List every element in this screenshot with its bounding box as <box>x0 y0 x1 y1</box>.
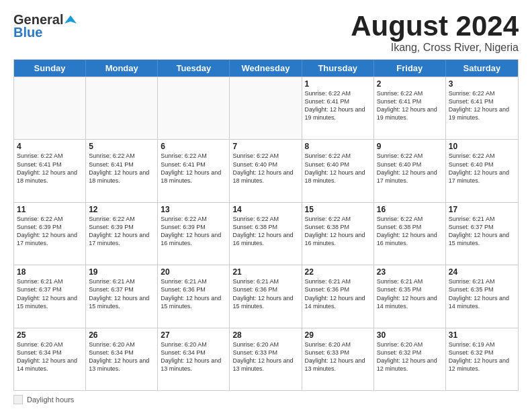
calendar-header-cell: Sunday <box>14 60 86 77</box>
calendar-cell: 27Sunrise: 6:20 AM Sunset: 6:34 PM Dayli… <box>158 328 230 390</box>
day-number: 16 <box>377 205 443 214</box>
day-info: Sunrise: 6:22 AM Sunset: 6:39 PM Dayligh… <box>17 215 83 248</box>
day-number: 31 <box>449 330 515 340</box>
calendar-cell: 2Sunrise: 6:22 AM Sunset: 6:41 PM Daylig… <box>374 77 446 139</box>
location-title: Ikang, Cross River, Nigeria <box>351 42 519 54</box>
day-number: 7 <box>232 142 298 151</box>
calendar-cell: 26Sunrise: 6:20 AM Sunset: 6:34 PM Dayli… <box>86 328 158 390</box>
day-info: Sunrise: 6:21 AM Sunset: 6:35 PM Dayligh… <box>449 277 515 310</box>
day-number: 28 <box>232 330 298 340</box>
calendar-cell: 14Sunrise: 6:22 AM Sunset: 6:38 PM Dayli… <box>230 203 302 265</box>
calendar-cell: 16Sunrise: 6:22 AM Sunset: 6:38 PM Dayli… <box>374 203 446 265</box>
page: General Blue August 2024 Ikang, Cross Ri… <box>0 0 532 411</box>
day-info: Sunrise: 6:22 AM Sunset: 6:38 PM Dayligh… <box>232 215 298 248</box>
calendar-cell: 12Sunrise: 6:22 AM Sunset: 6:39 PM Dayli… <box>86 203 158 265</box>
footer-box <box>13 395 23 404</box>
calendar-cell <box>86 77 158 139</box>
day-info: Sunrise: 6:22 AM Sunset: 6:39 PM Dayligh… <box>89 215 154 248</box>
day-info: Sunrise: 6:20 AM Sunset: 6:33 PM Dayligh… <box>305 340 371 373</box>
day-info: Sunrise: 6:22 AM Sunset: 6:40 PM Dayligh… <box>377 152 443 185</box>
calendar-cell: 25Sunrise: 6:20 AM Sunset: 6:34 PM Dayli… <box>14 328 86 390</box>
day-info: Sunrise: 6:21 AM Sunset: 6:35 PM Dayligh… <box>377 277 443 310</box>
day-number: 9 <box>377 142 443 151</box>
day-info: Sunrise: 6:22 AM Sunset: 6:41 PM Dayligh… <box>449 89 515 122</box>
calendar-cell: 4Sunrise: 6:22 AM Sunset: 6:41 PM Daylig… <box>14 140 86 201</box>
calendar-cell: 22Sunrise: 6:21 AM Sunset: 6:36 PM Dayli… <box>302 265 374 327</box>
calendar-cell: 13Sunrise: 6:22 AM Sunset: 6:39 PM Dayli… <box>158 203 230 265</box>
day-info: Sunrise: 6:21 AM Sunset: 6:36 PM Dayligh… <box>232 277 298 310</box>
logo-bird-icon <box>64 14 77 26</box>
logo: General Blue <box>13 12 77 40</box>
day-info: Sunrise: 6:22 AM Sunset: 6:41 PM Dayligh… <box>377 89 443 122</box>
calendar-cell: 31Sunrise: 6:19 AM Sunset: 6:32 PM Dayli… <box>446 328 518 390</box>
calendar-cell: 28Sunrise: 6:20 AM Sunset: 6:33 PM Dayli… <box>230 328 302 390</box>
day-info: Sunrise: 6:21 AM Sunset: 6:37 PM Dayligh… <box>17 277 83 310</box>
calendar-cell: 29Sunrise: 6:20 AM Sunset: 6:33 PM Dayli… <box>302 328 374 390</box>
calendar-cell: 17Sunrise: 6:21 AM Sunset: 6:37 PM Dayli… <box>446 203 518 265</box>
calendar-cell: 20Sunrise: 6:21 AM Sunset: 6:36 PM Dayli… <box>158 265 230 327</box>
calendar-cell: 15Sunrise: 6:22 AM Sunset: 6:38 PM Dayli… <box>302 203 374 265</box>
calendar-header-cell: Thursday <box>302 60 374 77</box>
day-number: 12 <box>89 205 154 214</box>
header: General Blue August 2024 Ikang, Cross Ri… <box>13 12 519 54</box>
calendar-cell <box>14 77 86 139</box>
logo-blue-text: Blue <box>13 25 42 40</box>
calendar-cell: 30Sunrise: 6:20 AM Sunset: 6:32 PM Dayli… <box>374 328 446 390</box>
day-info: Sunrise: 6:22 AM Sunset: 6:41 PM Dayligh… <box>161 152 226 185</box>
day-info: Sunrise: 6:21 AM Sunset: 6:37 PM Dayligh… <box>449 215 515 248</box>
calendar-cell <box>158 77 230 139</box>
day-info: Sunrise: 6:22 AM Sunset: 6:41 PM Dayligh… <box>89 152 154 185</box>
day-number: 23 <box>377 267 443 277</box>
day-number: 19 <box>89 267 154 277</box>
calendar-body: 1Sunrise: 6:22 AM Sunset: 6:41 PM Daylig… <box>14 77 518 390</box>
calendar-header-cell: Friday <box>374 60 446 77</box>
day-info: Sunrise: 6:20 AM Sunset: 6:34 PM Dayligh… <box>89 340 154 373</box>
day-number: 29 <box>305 330 371 340</box>
footer-label: Daylight hours <box>27 396 74 404</box>
day-info: Sunrise: 6:19 AM Sunset: 6:32 PM Dayligh… <box>449 340 515 373</box>
day-number: 21 <box>232 267 298 277</box>
calendar-header-cell: Saturday <box>446 60 518 77</box>
day-number: 20 <box>161 267 226 277</box>
calendar-row: 11Sunrise: 6:22 AM Sunset: 6:39 PM Dayli… <box>14 202 518 265</box>
calendar-cell: 11Sunrise: 6:22 AM Sunset: 6:39 PM Dayli… <box>14 203 86 265</box>
calendar-cell: 7Sunrise: 6:22 AM Sunset: 6:40 PM Daylig… <box>230 140 302 201</box>
day-number: 30 <box>377 330 443 340</box>
calendar-cell: 3Sunrise: 6:22 AM Sunset: 6:41 PM Daylig… <box>446 77 518 139</box>
day-info: Sunrise: 6:22 AM Sunset: 6:40 PM Dayligh… <box>449 152 515 185</box>
calendar-cell: 8Sunrise: 6:22 AM Sunset: 6:40 PM Daylig… <box>302 140 374 201</box>
day-number: 25 <box>17 330 83 340</box>
day-number: 22 <box>305 267 371 277</box>
calendar-cell: 21Sunrise: 6:21 AM Sunset: 6:36 PM Dayli… <box>230 265 302 327</box>
calendar-cell: 19Sunrise: 6:21 AM Sunset: 6:37 PM Dayli… <box>86 265 158 327</box>
calendar-row: 1Sunrise: 6:22 AM Sunset: 6:41 PM Daylig… <box>14 77 518 139</box>
calendar-row: 4Sunrise: 6:22 AM Sunset: 6:41 PM Daylig… <box>14 139 518 201</box>
day-info: Sunrise: 6:22 AM Sunset: 6:40 PM Dayligh… <box>305 152 371 185</box>
calendar-cell: 6Sunrise: 6:22 AM Sunset: 6:41 PM Daylig… <box>158 140 230 201</box>
calendar-cell: 18Sunrise: 6:21 AM Sunset: 6:37 PM Dayli… <box>14 265 86 327</box>
day-info: Sunrise: 6:21 AM Sunset: 6:37 PM Dayligh… <box>89 277 154 310</box>
calendar-cell: 23Sunrise: 6:21 AM Sunset: 6:35 PM Dayli… <box>374 265 446 327</box>
day-number: 8 <box>305 142 371 151</box>
calendar-header-cell: Tuesday <box>158 60 230 77</box>
calendar-cell: 5Sunrise: 6:22 AM Sunset: 6:41 PM Daylig… <box>86 140 158 201</box>
day-number: 18 <box>17 267 83 277</box>
calendar-header-cell: Wednesday <box>230 60 302 77</box>
day-number: 6 <box>161 142 226 151</box>
day-info: Sunrise: 6:22 AM Sunset: 6:40 PM Dayligh… <box>232 152 298 185</box>
calendar: SundayMondayTuesdayWednesdayThursdayFrid… <box>13 59 519 391</box>
day-number: 1 <box>305 79 371 89</box>
day-number: 14 <box>232 205 298 214</box>
calendar-header-cell: Monday <box>86 60 158 77</box>
day-number: 17 <box>449 205 515 214</box>
day-number: 2 <box>377 79 443 89</box>
day-number: 5 <box>89 142 154 151</box>
day-info: Sunrise: 6:20 AM Sunset: 6:33 PM Dayligh… <box>232 340 298 373</box>
day-info: Sunrise: 6:21 AM Sunset: 6:36 PM Dayligh… <box>161 277 226 310</box>
day-info: Sunrise: 6:22 AM Sunset: 6:38 PM Dayligh… <box>377 215 443 248</box>
day-number: 11 <box>17 205 83 214</box>
day-number: 24 <box>449 267 515 277</box>
calendar-header-row: SundayMondayTuesdayWednesdayThursdayFrid… <box>14 60 518 77</box>
day-info: Sunrise: 6:20 AM Sunset: 6:32 PM Dayligh… <box>377 340 443 373</box>
svg-marker-0 <box>64 15 77 24</box>
